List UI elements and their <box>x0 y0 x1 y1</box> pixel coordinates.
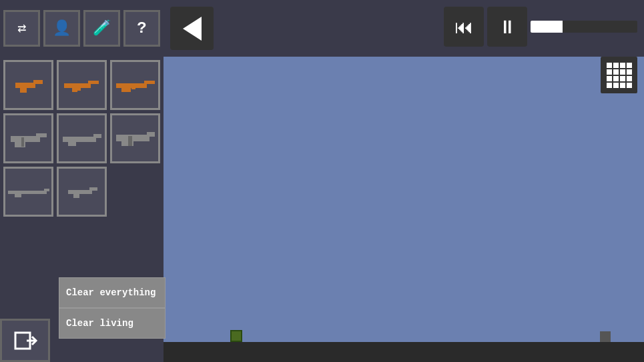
svg-rect-25 <box>68 190 92 194</box>
exit-icon <box>12 327 39 354</box>
pistol2-icon <box>65 185 99 199</box>
grid-icon <box>607 63 632 88</box>
clear-everything-button[interactable]: Clear everything <box>59 277 166 308</box>
swap-icon: ⇄ <box>17 19 26 37</box>
svg-rect-5 <box>72 88 77 92</box>
ar-icon <box>115 77 156 93</box>
svg-rect-27 <box>73 194 79 198</box>
rewind-button[interactable]: ⏮ <box>444 7 484 47</box>
svg-rect-2 <box>20 88 27 93</box>
clear-living-button[interactable]: Clear living <box>59 308 166 339</box>
svg-rect-19 <box>147 132 155 137</box>
svg-rect-14 <box>21 137 24 147</box>
help-icon: ? <box>137 19 146 37</box>
back-button[interactable] <box>170 7 214 50</box>
smg-icon <box>63 77 101 93</box>
weapon-slot-6[interactable] <box>110 113 160 163</box>
svg-rect-15 <box>63 137 96 142</box>
svg-rect-24 <box>15 194 21 197</box>
svg-rect-1 <box>33 80 43 84</box>
svg-rect-10 <box>131 87 135 89</box>
svg-rect-17 <box>68 142 76 146</box>
progress-bar-container <box>531 21 637 33</box>
svg-rect-26 <box>89 187 97 191</box>
help-button[interactable]: ? <box>123 10 160 47</box>
svg-rect-9 <box>121 88 131 92</box>
weapon-slot-7[interactable] <box>3 167 53 217</box>
pause-icon: ⏸ <box>498 16 517 38</box>
svg-rect-11 <box>11 136 40 142</box>
heavy-icon <box>115 129 156 148</box>
svg-rect-3 <box>64 83 91 88</box>
rewind-icon: ⏮ <box>454 16 473 38</box>
small-entity <box>600 331 611 342</box>
context-menu: Clear everything Clear living <box>59 277 166 339</box>
svg-rect-6 <box>77 88 81 91</box>
bottle-icon: 🧪 <box>93 19 111 37</box>
svg-rect-4 <box>88 81 99 84</box>
svg-rect-16 <box>93 134 101 138</box>
svg-rect-0 <box>15 83 35 88</box>
weapon-slot-4[interactable] <box>3 113 53 163</box>
svg-rect-23 <box>44 189 49 191</box>
player-figure <box>230 330 242 342</box>
weapon-slot-2[interactable] <box>57 60 107 110</box>
progress-bar[interactable] <box>531 21 637 33</box>
svg-rect-22 <box>8 191 47 194</box>
item-button[interactable]: 🧪 <box>83 10 120 47</box>
progress-fill <box>531 21 563 33</box>
game-area <box>164 57 644 342</box>
sniper-icon <box>7 185 50 199</box>
back-arrow-icon <box>183 17 202 41</box>
toolbar: ⇄ 👤 🧪 ? <box>0 0 164 57</box>
grid-button[interactable] <box>601 57 637 93</box>
minigun-icon <box>9 129 48 148</box>
weapon-slot-1[interactable] <box>3 60 53 110</box>
character-icon: 👤 <box>53 19 71 37</box>
weapon-grid <box>0 57 164 220</box>
weapon-slot-5[interactable] <box>57 113 107 163</box>
svg-rect-18 <box>116 135 149 141</box>
svg-rect-8 <box>144 81 155 84</box>
svg-rect-21 <box>128 136 132 146</box>
shotgun-icon <box>61 131 103 147</box>
weapon-slot-8[interactable] <box>57 167 107 217</box>
ground <box>164 342 644 362</box>
svg-rect-12 <box>36 133 47 137</box>
pistol-icon <box>12 77 45 93</box>
exit-button[interactable] <box>0 319 50 362</box>
weapon-slot-3[interactable] <box>110 60 160 110</box>
top-right-controls: ⏮ ⏸ <box>437 0 644 53</box>
pause-button[interactable]: ⏸ <box>487 7 527 47</box>
character-button[interactable]: 👤 <box>43 10 80 47</box>
swap-button[interactable]: ⇄ <box>3 10 40 47</box>
